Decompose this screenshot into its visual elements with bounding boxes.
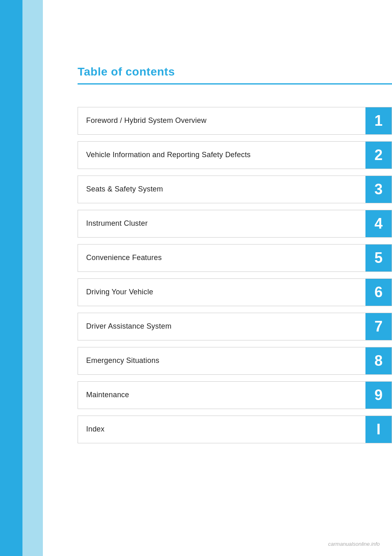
toc-entry-label-9: Maintenance <box>78 382 365 409</box>
toc-entry-2[interactable]: Vehicle Information and Reporting Safety… <box>78 141 392 169</box>
toc-entry-5[interactable]: Convenience Features 5 <box>78 244 392 272</box>
toc-entry-1[interactable]: Foreword / Hybrid System Overview 1 <box>78 107 392 135</box>
toc-entry-label-4: Instrument Cluster <box>78 210 365 237</box>
toc-entry-label-8: Emergency Situations <box>78 347 365 374</box>
toc-entry-label-2: Vehicle Information and Reporting Safety… <box>78 142 365 169</box>
toc-entries-list: Foreword / Hybrid System Overview 1 Vehi… <box>78 107 392 443</box>
sidebar-dark-strip <box>0 0 22 556</box>
toc-entry-label-7: Driver Assistance System <box>78 313 365 340</box>
toc-entry-number-2: 2 <box>365 142 392 169</box>
sidebar-light-strip <box>22 0 43 556</box>
toc-entry-number-7: 7 <box>365 313 392 340</box>
toc-entry-label-5: Convenience Features <box>78 245 365 271</box>
main-content: Table of contents Foreword / Hybrid Syst… <box>43 0 392 556</box>
toc-entry-number-3: 3 <box>365 176 392 203</box>
toc-entry-label-6: Driving Your Vehicle <box>78 279 365 306</box>
toc-entry-label-3: Seats & Safety System <box>78 176 365 203</box>
toc-entry-9[interactable]: Maintenance 9 <box>78 381 392 409</box>
toc-entry-label-10: Index <box>78 416 365 443</box>
toc-entry-number-8: 8 <box>365 347 392 374</box>
toc-entry-number-6: 6 <box>365 279 392 306</box>
toc-entry-number-10: I <box>365 416 392 443</box>
footer-watermark: carmanualsonline.info <box>328 541 380 547</box>
toc-entry-number-4: 4 <box>365 210 392 237</box>
page-title: Table of contents <box>78 65 392 78</box>
toc-entry-number-5: 5 <box>365 245 392 271</box>
toc-entry-label-1: Foreword / Hybrid System Overview <box>78 107 365 134</box>
title-divider <box>78 83 392 85</box>
toc-entry-7[interactable]: Driver Assistance System 7 <box>78 313 392 340</box>
toc-entry-3[interactable]: Seats & Safety System 3 <box>78 176 392 203</box>
toc-entry-number-1: 1 <box>365 107 392 134</box>
toc-entry-8[interactable]: Emergency Situations 8 <box>78 347 392 375</box>
toc-entry-number-9: 9 <box>365 382 392 409</box>
toc-entry-4[interactable]: Instrument Cluster 4 <box>78 210 392 238</box>
toc-entry-6[interactable]: Driving Your Vehicle 6 <box>78 278 392 306</box>
toc-entry-10[interactable]: Index I <box>78 416 392 443</box>
